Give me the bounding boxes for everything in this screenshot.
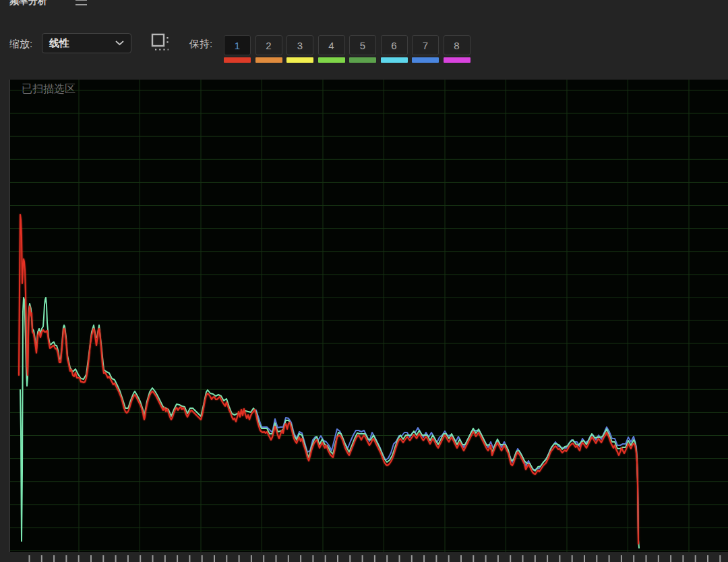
hold-button-1[interactable]: 1 [224,35,251,55]
hold-color-bar-4 [318,57,345,63]
hold-button-4[interactable]: 4 [318,35,345,55]
spectrum-plot[interactable]: 已扫描选区 [9,80,728,552]
hold-color-bar-7 [412,57,439,63]
hold-slot-8: 8 [444,30,471,63]
panel-title: 频率分析 [9,0,47,7]
scan-selection-button[interactable] [150,32,173,53]
hold-color-bar-8 [444,57,471,63]
hold-slot-2: 2 [255,30,282,63]
hold-slot-4: 4 [318,30,345,63]
toolbar: 缩放: 线性 保持: 12345678 [0,30,728,67]
hold-slot-5: 5 [349,30,376,63]
hold-button-7[interactable]: 7 [412,35,439,55]
hold-button-6[interactable]: 6 [381,35,408,55]
hold-buttons-group: 12345678 [224,30,471,63]
hold-label: 保持: [189,38,212,51]
hold-slot-6: 6 [381,30,408,63]
hold-color-bar-1 [224,57,251,63]
scan-status-label: 已扫描选区 [22,82,75,96]
hold-slot-3: 3 [286,30,313,63]
hold-color-bar-3 [286,57,313,63]
hold-button-5[interactable]: 5 [349,35,376,55]
hold-color-bar-6 [381,57,408,63]
hold-color-bar-5 [349,57,376,63]
panel-header: 频率分析 [0,0,728,9]
scale-label: 缩放: [9,38,32,51]
scale-dropdown[interactable]: 线性 [42,33,131,53]
hold-slot-7: 7 [412,30,439,63]
hold-slot-1: 1 [224,30,251,63]
hold-button-8[interactable]: 8 [444,35,471,55]
chevron-down-icon [115,40,124,46]
hold-button-2[interactable]: 2 [255,35,282,55]
frequency-analysis-panel: 频率分析 缩放: 线性 保持: 12345678 已扫描选区 [0,0,728,562]
scan-selection-marquee-icon [150,32,172,51]
scale-dropdown-value: 线性 [49,37,69,50]
hold-button-3[interactable]: 3 [286,35,313,55]
hold-color-bar-2 [255,57,282,63]
panel-menu-icon[interactable] [75,0,87,7]
